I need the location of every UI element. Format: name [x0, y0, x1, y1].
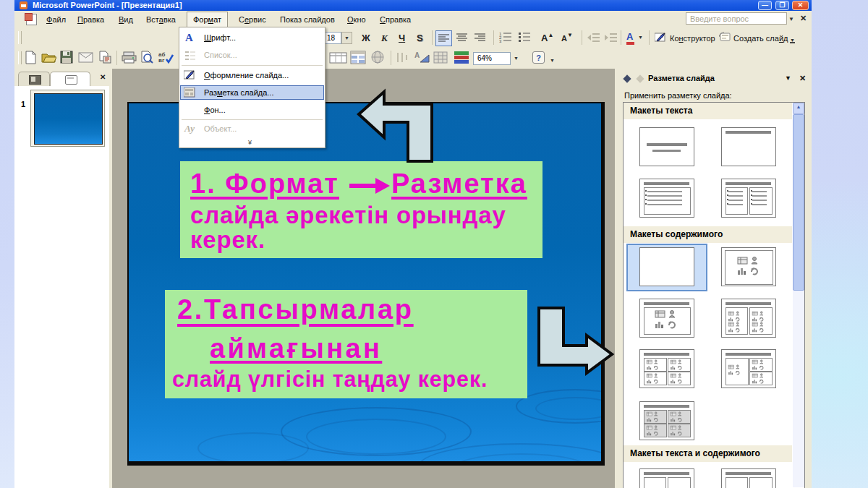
svg-text:вг: вг [158, 57, 165, 64]
svg-text:3: 3 [499, 39, 502, 43]
svg-text:А: А [414, 51, 420, 59]
